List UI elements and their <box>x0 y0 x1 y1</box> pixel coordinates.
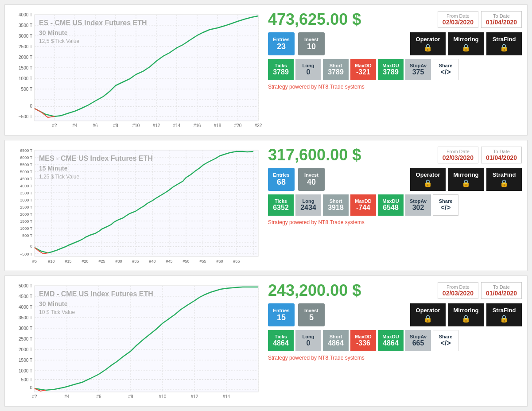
svg-text:1500 T: 1500 T <box>19 66 32 70</box>
to-date-value-3: 01/04/2020 <box>486 290 517 297</box>
entries-row-2: Entries 68 Invest 40 Operator 🔒 Mirrorin… <box>268 168 522 191</box>
svg-text:2500 T: 2500 T <box>19 337 32 341</box>
entries-badge-2: Entries 68 <box>268 168 295 191</box>
invest-badge-3: Invest 5 <box>298 303 325 326</box>
ticks-row-2: Ticks 6352 Long 2434 Short 3918 MaxDD -7… <box>268 194 522 216</box>
top-row-1: 473,625.00 $ From Date 02/03/2020 To Dat… <box>268 10 522 29</box>
svg-text:500 T: 500 T <box>21 377 32 382</box>
svg-text:#50: #50 <box>183 259 189 264</box>
powered-1: Strategy powered by NT8.Trade systems <box>268 84 522 90</box>
mirroring-button-2[interactable]: Mirroring 🔒 <box>448 168 484 191</box>
svg-text:#15: #15 <box>65 259 71 264</box>
top-row-2: 317,600.00 $ From Date 02/03/2020 To Dat… <box>268 146 522 164</box>
svg-text:2000 T: 2000 T <box>19 347 32 352</box>
svg-text:2000 T: 2000 T <box>20 212 32 217</box>
svg-text:3000 T: 3000 T <box>19 34 32 39</box>
svg-text:#20: #20 <box>234 123 242 128</box>
powered-3: Strategy powered by NT8.Trade systems <box>268 355 522 361</box>
from-date-box-1: From Date 02/03/2020 <box>438 11 478 28</box>
svg-text:#22: #22 <box>255 123 262 128</box>
ticks-row-3: Ticks 4864 Long 0 Short 4864 MaxDD -336 … <box>268 330 522 351</box>
from-date-label-1: From Date <box>443 13 474 19</box>
ticks-badge-1: Ticks 3789 <box>268 59 294 80</box>
svg-text:0: 0 <box>30 244 32 248</box>
svg-text:1000 T: 1000 T <box>19 368 32 373</box>
svg-text:#6: #6 <box>93 123 98 128</box>
operator-button-3[interactable]: Operator 🔒 <box>410 303 446 326</box>
price-3: 243,200.00 $ <box>268 281 432 300</box>
to-date-box-3: To Date 01/04/2020 <box>481 282 522 299</box>
strafind-button-3[interactable]: StraFind 🔒 <box>486 303 522 326</box>
operator-button-2[interactable]: Operator 🔒 <box>410 168 446 191</box>
share-badge-2[interactable]: Share </> <box>433 194 458 216</box>
maxdd-badge-3: MaxDD -336 <box>350 330 376 351</box>
lock-icon-operator-2: 🔒 <box>423 179 432 187</box>
btn-row-1: Operator 🔒 Mirroring 🔒 StraFind 🔒 <box>410 32 522 55</box>
svg-text:1000 T: 1000 T <box>20 226 32 231</box>
stopav-badge-2: StopAv 302 <box>405 194 431 216</box>
svg-text:#55: #55 <box>199 259 206 264</box>
entries-badge-3: Entries 15 <box>268 303 295 326</box>
lock-icon-strafind-1: 🔒 <box>500 43 509 52</box>
svg-text:#8: #8 <box>128 394 133 399</box>
svg-text:5000 T: 5000 T <box>20 170 32 174</box>
lock-icon-strafind-3: 🔒 <box>500 314 509 323</box>
card-1: 4000 T 3500 T 3000 T 2500 T 2000 T 1500 … <box>4 4 528 136</box>
svg-text:10 $ Tick Value: 10 $ Tick Value <box>39 309 75 315</box>
share-badge-3[interactable]: Share </> <box>433 330 458 351</box>
price-1: 473,625.00 $ <box>268 10 432 29</box>
date-boxes-3: From Date 02/03/2020 To Date 01/04/2020 <box>438 282 522 299</box>
long-badge-2: Long 2434 <box>295 194 321 216</box>
svg-text:#30: #30 <box>115 259 122 264</box>
svg-text:#35: #35 <box>132 259 139 264</box>
svg-text:3000 T: 3000 T <box>19 326 32 331</box>
card-3: 5000 T 4500 T 4000 T 3500 T 3000 T 2500 … <box>4 275 528 407</box>
invest-badge-1: Invest 10 <box>298 32 325 55</box>
svg-text:30 Minute: 30 Minute <box>39 29 68 36</box>
svg-text:#16: #16 <box>194 123 201 128</box>
strafind-button-2[interactable]: StraFind 🔒 <box>486 168 522 191</box>
from-date-value-3: 02/03/2020 <box>443 290 474 297</box>
date-boxes-2: From Date 02/03/2020 To Date 01/04/2020 <box>438 147 522 163</box>
ticks-row-1: Ticks 3789 Long 0 Short 3789 MaxDD -321 … <box>268 59 522 80</box>
svg-text:#20: #20 <box>82 259 88 264</box>
svg-text:#10: #10 <box>132 123 140 128</box>
svg-text:3500 T: 3500 T <box>19 315 32 320</box>
mirroring-button-3[interactable]: Mirroring 🔒 <box>448 303 484 326</box>
share-badge-1[interactable]: Share </> <box>433 59 458 80</box>
from-date-label-3: From Date <box>443 284 474 290</box>
svg-text:12,5 $ Tick Value: 12,5 $ Tick Value <box>39 38 79 44</box>
svg-text:1000 T: 1000 T <box>19 76 32 81</box>
svg-text:#6: #6 <box>96 394 101 399</box>
svg-text:2000 T: 2000 T <box>19 55 32 60</box>
operator-button-1[interactable]: Operator 🔒 <box>410 32 446 55</box>
entries-row-1: Entries 23 Invest 10 Operator 🔒 Mirrorin… <box>268 32 522 55</box>
lock-icon-mirroring-2: 🔒 <box>462 179 470 187</box>
card-2: 6500 T 6000 T 5500 T 5000 T 4500 T 4000 … <box>4 140 528 271</box>
stopav-badge-3: StopAv 665 <box>405 330 431 351</box>
svg-text:2500 T: 2500 T <box>20 205 32 209</box>
strafind-button-1[interactable]: StraFind 🔒 <box>486 32 522 55</box>
svg-text:#5: #5 <box>32 259 37 264</box>
from-date-box-3: From Date 02/03/2020 <box>438 282 478 299</box>
entries-row-3: Entries 15 Invest 5 Operator 🔒 Mirroring… <box>268 303 522 326</box>
lock-icon-mirroring-3: 🔒 <box>462 314 470 323</box>
maxdu-badge-1: MaxDU 3789 <box>378 59 404 80</box>
short-badge-1: Short 3789 <box>323 59 349 80</box>
svg-text:−500 T: −500 T <box>19 114 32 119</box>
maxdd-badge-2: MaxDD -744 <box>350 194 376 216</box>
entries-badge-1: Entries 23 <box>268 32 295 55</box>
svg-text:5000 T: 5000 T <box>19 283 32 288</box>
svg-text:0: 0 <box>30 385 32 390</box>
svg-text:#4: #4 <box>64 394 70 399</box>
stopav-badge-1: StopAv 375 <box>405 59 431 80</box>
short-badge-3: Short 4864 <box>323 330 349 351</box>
ticks-badge-2: Ticks 6352 <box>268 194 294 216</box>
svg-text:15 Minute: 15 Minute <box>39 165 68 172</box>
invest-badge-2: Invest 40 <box>298 168 325 191</box>
svg-text:4500 T: 4500 T <box>19 294 32 299</box>
svg-text:30 Minute: 30 Minute <box>39 300 68 307</box>
mirroring-button-1[interactable]: Mirroring 🔒 <box>448 32 484 55</box>
from-date-value-2: 02/03/2020 <box>443 154 474 161</box>
svg-text:6000 T: 6000 T <box>20 155 32 160</box>
